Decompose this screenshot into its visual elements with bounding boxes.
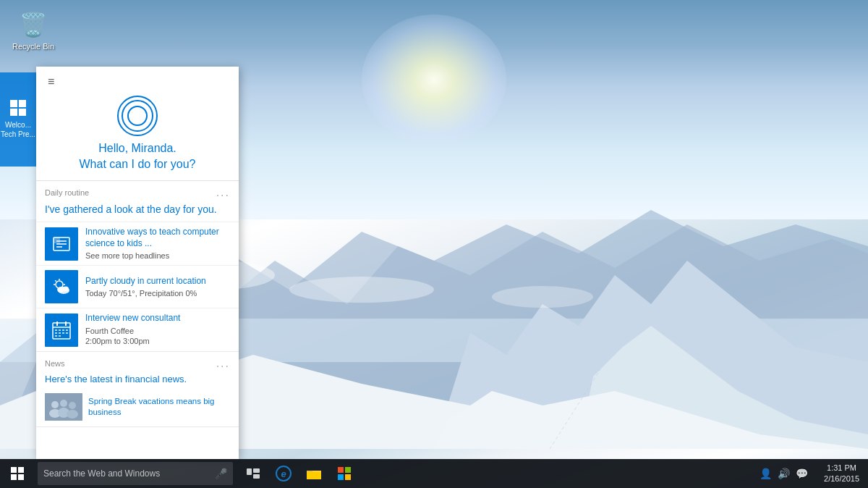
daily-routine-headline: I've gathered a look at the day for you.	[36, 201, 239, 222]
svg-rect-34	[59, 332, 61, 334]
people-icon[interactable]: 👤	[760, 468, 772, 479]
svg-rect-38	[59, 335, 61, 337]
clock-time: 1:31 PM	[827, 463, 856, 474]
svg-rect-37	[55, 335, 57, 337]
svg-point-40	[51, 401, 59, 408]
news-card-subtitle: See more top headlines	[85, 251, 230, 261]
news-card-icon	[45, 227, 78, 261]
weather-card-icon	[45, 270, 78, 303]
taskbar-app-icons: e	[239, 459, 359, 488]
cortana-header: ≡ Hello, Miranda. What can I do for you?	[36, 67, 239, 180]
weather-card-title: Partly cloudy in current location	[85, 276, 230, 287]
news-section-headline: Here's the latest in financial news.	[36, 372, 239, 390]
sun-glow	[362, 14, 506, 145]
svg-rect-31	[62, 329, 64, 331]
daily-routine-section: Daily routine ... I've gathered a look a…	[36, 181, 239, 352]
svg-rect-35	[62, 332, 64, 334]
calendar-card-content: Interview new consultant Fourth Coffee 2…	[85, 313, 230, 346]
system-clock[interactable]: 1:31 PM 2/16/2015	[815, 459, 868, 488]
action-center-icon[interactable]: 💬	[796, 468, 808, 479]
calendar-card-item[interactable]: Interview new consultant Fourth Coffee 2…	[36, 308, 239, 350]
svg-rect-54	[345, 467, 351, 473]
news-section-more[interactable]: ...	[216, 358, 230, 369]
recycle-bin-label: Recycle Bin	[12, 42, 54, 51]
taskbar-right: 👤 🔊 💬 1:31 PM 2/16/2015	[752, 459, 868, 488]
cortana-top-bar: ≡	[45, 74, 230, 90]
news-section: News ... Here's the latest in financial …	[36, 352, 239, 427]
svg-rect-48	[253, 474, 260, 479]
svg-rect-29	[55, 329, 57, 331]
task-view-button[interactable]	[239, 459, 268, 488]
windows-store-button[interactable]	[330, 459, 359, 488]
news-section-header: News ...	[36, 352, 239, 372]
taskbar: Search the Web and Windows 🎤 e	[0, 459, 868, 488]
svg-point-44	[69, 402, 76, 409]
svg-rect-55	[338, 474, 344, 480]
cortana-greeting: Hello, Miranda. What can I do for you?	[80, 140, 196, 173]
clock-date: 2/16/2015	[824, 474, 859, 484]
svg-rect-53	[338, 467, 344, 473]
news-article-title: Spring Break vacations means big busines…	[88, 396, 230, 418]
svg-point-9	[289, 277, 434, 303]
news-card-title: Innovative ways to teach computer scienc…	[85, 227, 230, 249]
svg-point-24	[63, 287, 69, 292]
windows-logo	[11, 467, 24, 480]
news-section-title: News	[45, 359, 65, 368]
news-article-content: Spring Break vacations means big busines…	[88, 396, 230, 418]
svg-rect-32	[66, 329, 68, 331]
welcome-tile[interactable]: Welco... Tech Pre...	[0, 72, 36, 167]
calendar-card-subtitle: Fourth Coffee 2:00pm to 3:00pm	[85, 326, 230, 347]
ie-icon: e	[276, 466, 292, 481]
microphone-icon[interactable]: 🎤	[215, 468, 227, 479]
svg-rect-46	[247, 468, 252, 475]
svg-rect-15	[54, 237, 60, 243]
news-article-item[interactable]: Spring Break vacations means big busines…	[36, 390, 239, 424]
calendar-card-title: Interview new consultant	[85, 313, 230, 324]
svg-point-42	[60, 400, 67, 407]
file-explorer-button[interactable]	[299, 459, 328, 488]
svg-rect-47	[253, 468, 260, 473]
svg-point-10	[492, 286, 593, 308]
svg-rect-33	[55, 332, 57, 334]
svg-rect-52	[307, 472, 321, 479]
cortana-core-ring	[127, 106, 148, 126]
internet-explorer-button[interactable]: e	[269, 459, 298, 488]
cortana-logo-circle	[117, 96, 158, 136]
news-card-item[interactable]: Innovative ways to teach computer scienc…	[36, 222, 239, 265]
cortana-panel: ≡ Hello, Miranda. What can I do for you?…	[36, 67, 239, 459]
taskbar-search-box[interactable]: Search the Web and Windows 🎤	[38, 462, 233, 485]
svg-rect-36	[66, 332, 68, 334]
cortana-inner-ring	[122, 100, 153, 132]
svg-rect-30	[59, 329, 61, 331]
start-button[interactable]	[0, 459, 35, 488]
cortana-cards[interactable]: Daily routine ... I've gathered a look a…	[36, 181, 239, 459]
svg-rect-56	[345, 474, 351, 480]
recycle-bin-image: 🗑️	[19, 10, 48, 39]
welcome-text: Welco... Tech Pre...	[1, 120, 35, 139]
hamburger-menu-icon[interactable]: ≡	[45, 74, 57, 90]
svg-point-45	[67, 410, 78, 418]
calendar-card-icon	[45, 314, 78, 347]
taskbar-sys-icons: 👤 🔊 💬	[752, 468, 815, 479]
daily-routine-header: Daily routine ...	[36, 181, 239, 201]
news-article-thumb	[45, 393, 82, 421]
weather-card-content: Partly cloudy in current location Today …	[85, 276, 230, 299]
recycle-bin-icon[interactable]: 🗑️ Recycle Bin	[7, 7, 59, 54]
svg-line-21	[55, 281, 56, 282]
daily-routine-more[interactable]: ...	[216, 187, 230, 198]
weather-card-item[interactable]: Partly cloudy in current location Today …	[36, 265, 239, 308]
volume-icon[interactable]: 🔊	[778, 468, 790, 479]
news-card-content: Innovative ways to teach computer scienc…	[85, 227, 230, 261]
taskbar-search-text: Search the Web and Windows	[43, 468, 215, 479]
daily-routine-title: Daily routine	[45, 188, 89, 197]
weather-card-subtitle: Today 70°/51°, Precipitation 0%	[85, 288, 230, 298]
